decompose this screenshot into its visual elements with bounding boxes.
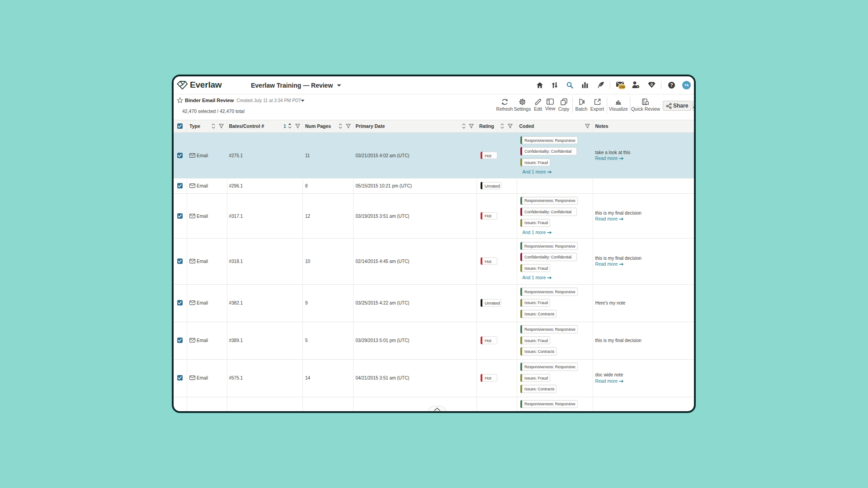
svg-text:TA: TA [684,83,689,87]
svg-text:?: ? [670,83,673,88]
svg-text:0: 0 [651,82,653,87]
svg-text:158: 158 [619,85,625,89]
